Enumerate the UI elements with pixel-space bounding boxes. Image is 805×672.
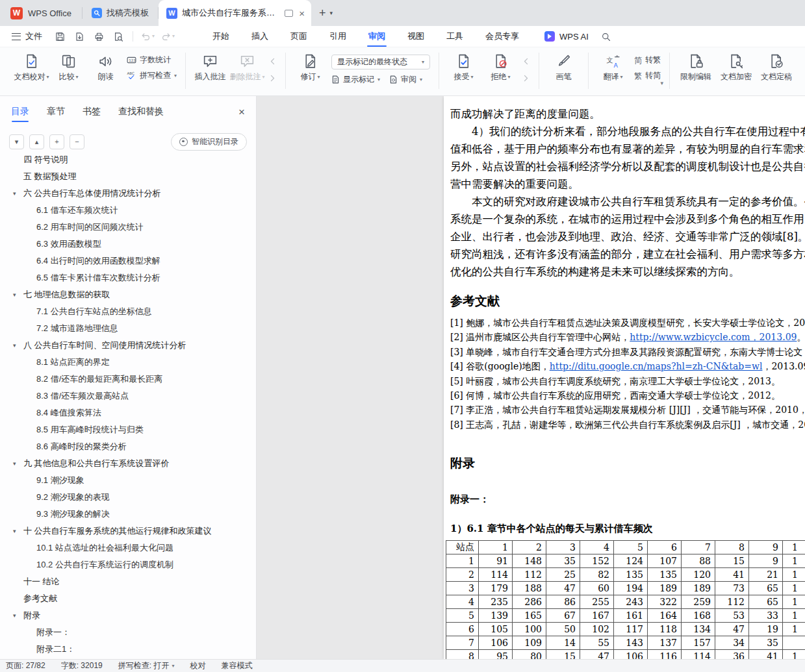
save-icon[interactable]	[54, 31, 66, 42]
search-icon[interactable]	[600, 31, 612, 42]
toc-item[interactable]: 6.3 效用函数模型	[0, 236, 256, 253]
collapse-headings-button[interactable]: ▾	[9, 134, 24, 149]
menu-tab-审阅[interactable]: 审阅	[357, 26, 396, 47]
to-traditional-button[interactable]: 简 转繁	[634, 55, 661, 66]
sidebar-tab-toc[interactable]: 目录	[11, 103, 29, 120]
redo-button[interactable]: ▾	[161, 32, 175, 42]
next-change-button[interactable]	[520, 73, 531, 84]
toc-item[interactable]: 6.5 借车卡累计借车次数统计分析	[0, 269, 256, 286]
reference-link[interactable]: http://www.wzbicycle.com，2013.09	[630, 332, 797, 342]
toc-item[interactable]: 8.4 峰值搜索算法	[0, 404, 256, 421]
accept-button[interactable]: 接受▾	[445, 51, 482, 82]
wps-office-menu[interactable]: W WPS Office	[0, 0, 82, 26]
toc-item[interactable]: 6.1 借车还车频次统计	[0, 202, 256, 219]
toc-collapse-icon[interactable]: ▾	[13, 292, 23, 298]
markup-state-select[interactable]: 显示标记的最终状态 ▾	[331, 55, 430, 69]
menu-tab-引用[interactable]: 引用	[318, 26, 357, 47]
toc-item[interactable]: 10.1 站点选址的社会福利最大化问题	[0, 540, 256, 556]
page-indicator[interactable]: 页面: 27/82	[6, 660, 45, 671]
to-simplified-button[interactable]: 繁 转简	[634, 70, 661, 81]
toc-item[interactable]: 8.3 借/还车频次最高站点	[0, 388, 256, 404]
toc-item[interactable]: 9.1 潮汐现象	[0, 472, 256, 489]
toc-item[interactable]: 10.2 公共自行车系统运行的调度机制	[0, 556, 256, 573]
toc-item[interactable]: ▾附录	[0, 607, 256, 624]
next-comment-button[interactable]	[267, 73, 278, 84]
toc-collapse-icon[interactable]: ▾	[13, 460, 23, 467]
menu-tab-工具[interactable]: 工具	[435, 26, 474, 47]
toc-item[interactable]: 6.2 用车时间的区间频次统计	[0, 219, 256, 236]
insert-comment-button[interactable]: 插入批注	[192, 51, 229, 82]
toc-item[interactable]: ▾六 公共自行车总体使用情况统计分析	[0, 185, 256, 202]
proofread-status-button[interactable]: 校对	[190, 660, 205, 671]
tab-close-icon[interactable]: ×	[299, 8, 305, 18]
file-menu-button[interactable]: 文件	[0, 31, 50, 42]
document-page[interactable]: 而成功解决了距离的度量问题。 4）我们的统计分析来看，部分地段服务点的公共自行车…	[444, 96, 805, 659]
wps-ai-button[interactable]: WPS AI	[544, 31, 589, 42]
toc-item[interactable]: 十一 结论	[0, 573, 256, 590]
restrict-editing-button[interactable]: 限制编辑	[676, 51, 716, 82]
previous-change-button[interactable]	[520, 56, 531, 67]
toc-item[interactable]: 参考文献	[0, 590, 256, 607]
toc-item[interactable]: ▾八 公共自行车时间、空间使用情况统计分析	[0, 337, 256, 354]
delete-comment-button[interactable]: 删除批注▾	[229, 51, 266, 82]
compatibility-mode-badge[interactable]: 兼容模式	[221, 660, 252, 671]
toc-collapse-icon[interactable]: ▾	[13, 612, 23, 619]
read-aloud-button[interactable]: 朗读	[87, 51, 124, 82]
toc-item[interactable]: 附录二1：	[0, 641, 256, 658]
toc-item[interactable]: 8.5 用车高峰时段统计与归类	[0, 421, 256, 438]
tab-list-chevron-icon[interactable]: ▾	[329, 0, 339, 26]
toc-item[interactable]: ▾十 公共自行车服务系统的其他运行规律和政策建议	[0, 523, 256, 540]
proofread-button[interactable]: 文档校对▾	[13, 51, 50, 82]
spell-check-button[interactable]: ABC 拼写检查 ▾	[127, 70, 177, 81]
new-tab-button[interactable]: +	[311, 0, 330, 26]
toc-collapse-icon[interactable]: ▾	[13, 528, 23, 534]
tab-template-store[interactable]: 找稿壳模板	[83, 0, 158, 26]
more-convert-chevron-icon[interactable]: ▾	[660, 80, 663, 86]
undo-button[interactable]: ▾	[141, 32, 155, 42]
toc-item[interactable]: 7.1 公共自行车站点的坐标信息	[0, 303, 256, 320]
export-pdf-icon[interactable]	[73, 31, 85, 42]
toc-item[interactable]: 附录一：	[0, 624, 256, 641]
toc-item[interactable]: 7.2 城市道路地理信息	[0, 320, 256, 337]
menu-tab-开始[interactable]: 开始	[201, 26, 240, 47]
toc-item[interactable]: 四 符号说明	[0, 156, 256, 168]
sidebar-tab-find-replace[interactable]: 查找和替换	[118, 103, 164, 120]
word-count-indicator[interactable]: 字数: 32019	[61, 660, 103, 671]
menu-tab-插入[interactable]: 插入	[240, 26, 279, 47]
tab-document[interactable]: W 城市公共自行车服务系统运行... ×	[159, 0, 311, 26]
previous-comment-button[interactable]	[267, 56, 278, 67]
show-markup-button[interactable]: 显示标记 ▾	[331, 74, 380, 85]
toc-item[interactable]: ▾七 地理信息数据的获取	[0, 286, 256, 303]
track-changes-button[interactable]: 修订▾	[292, 51, 329, 82]
toc-item[interactable]: ▾九 其他信息和公共自行车系统设置评价	[0, 455, 256, 472]
compare-button[interactable]: 比较▾	[50, 51, 87, 82]
sidebar-tab-chapters[interactable]: 章节	[47, 103, 65, 120]
review-menu-button[interactable]: 审阅 ▾	[389, 74, 422, 85]
print-preview-icon[interactable]	[112, 31, 124, 42]
sidebar-close-icon[interactable]: ×	[238, 106, 245, 118]
toc-item[interactable]: 8.2 借/还车的最短距离和最长距离	[0, 371, 256, 388]
menu-tab-页面[interactable]: 页面	[279, 26, 318, 47]
menu-tab-会员专享[interactable]: 会员专享	[474, 26, 530, 47]
smart-recognize-toc-button[interactable]: 智能识别目录	[171, 133, 247, 151]
word-count-button[interactable]: 123 字数统计	[127, 55, 177, 66]
toc-item[interactable]: 8.6 高峰时段的聚类分析	[0, 438, 256, 455]
spellcheck-toggle[interactable]: 拼写检查: 打开 ▾	[118, 660, 175, 671]
collapse-all-button[interactable]: −	[70, 134, 84, 149]
menu-tab-视图[interactable]: 视图	[396, 26, 435, 47]
reference-link[interactable]: http://ditu.google.cn/maps?hl=zh-CN&tab=…	[550, 361, 763, 371]
translate-button[interactable]: 文A 翻译▾	[594, 51, 632, 82]
pen-button[interactable]: 画笔	[545, 51, 582, 82]
toc-item[interactable]: 五 数据预处理	[0, 168, 256, 185]
expand-all-button[interactable]: +	[49, 134, 64, 149]
document-canvas[interactable]: 而成功解决了距离的度量问题。 4）我们的统计分析来看，部分地段服务点的公共自行车…	[257, 96, 805, 659]
toc-item[interactable]: 9.3 潮汐现象的解决	[0, 506, 256, 523]
toc-item[interactable]: 6.4 出行时间的效用函数模型求解	[0, 253, 256, 269]
reject-button[interactable]: 拒绝▾	[482, 51, 519, 82]
encrypt-document-button[interactable]: 文档加密	[716, 51, 756, 82]
toc-item[interactable]: 8.1 站点距离的界定	[0, 354, 256, 371]
expand-headings-button[interactable]: ▴	[29, 134, 44, 149]
finalize-document-button[interactable]: 文档定稿	[756, 51, 797, 82]
print-icon[interactable]	[93, 31, 105, 42]
sidebar-tab-bookmarks[interactable]: 书签	[83, 103, 101, 120]
